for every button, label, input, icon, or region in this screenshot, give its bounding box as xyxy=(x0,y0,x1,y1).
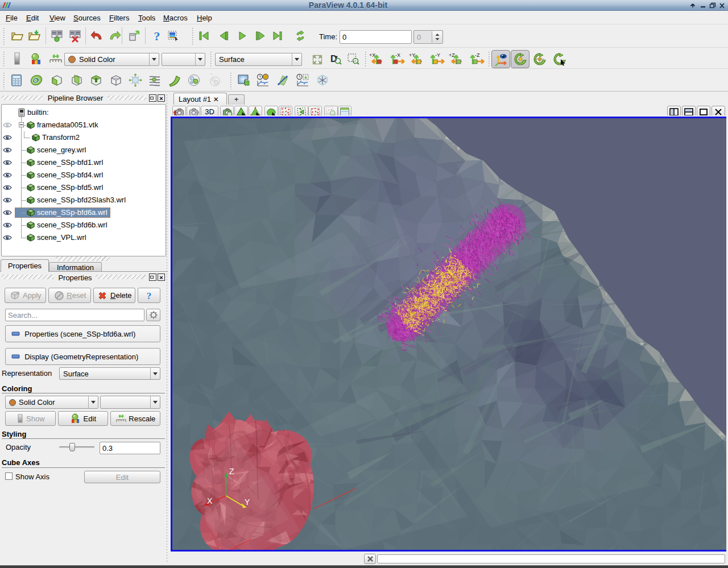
svg-text:?: ? xyxy=(154,29,160,43)
svg-text:X: X xyxy=(207,496,213,505)
svg-text:Y: Y xyxy=(245,497,250,507)
svg-text:-X: -X xyxy=(395,52,400,58)
svg-text:Z: Z xyxy=(229,467,234,476)
svg-text:?: ? xyxy=(147,291,152,301)
svg-text:-Z: -Z xyxy=(475,52,480,58)
svg-text:-Y: -Y xyxy=(435,52,440,58)
